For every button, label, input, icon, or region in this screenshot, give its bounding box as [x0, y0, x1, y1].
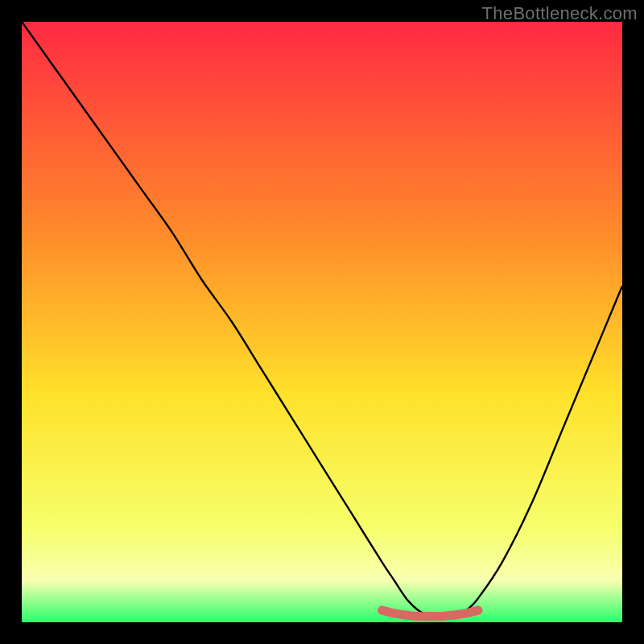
- curve-svg: [22, 22, 622, 622]
- bottleneck-curve: [22, 22, 622, 617]
- plot-gradient-area: [22, 22, 622, 622]
- sweet-spot-highlight: [382, 610, 478, 617]
- watermark-text: TheBottleneck.com: [482, 3, 638, 24]
- chart-container: TheBottleneck.com: [0, 0, 644, 644]
